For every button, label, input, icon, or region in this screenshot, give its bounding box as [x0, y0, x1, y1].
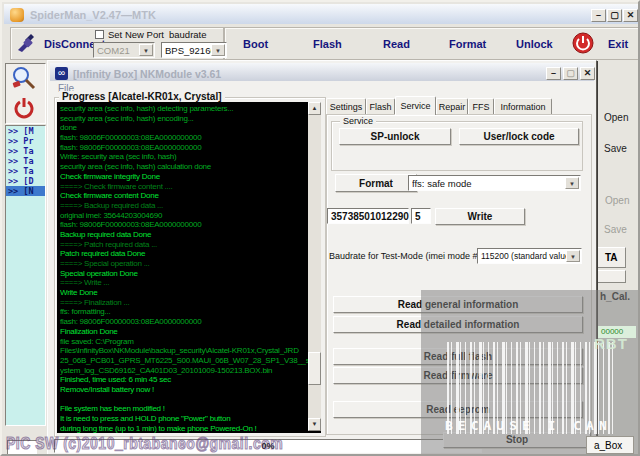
log-line: flash: 98006F00000003:08EA0000000000 [60, 317, 306, 327]
app-icon [10, 8, 24, 22]
sidebar-list: >> [M>> Pr>> Ta>> Ta>> Ta>> [D>> [N [5, 125, 46, 426]
log-line: Finished, time used: 6 min 45 sec [60, 375, 306, 385]
open-button-fragment[interactable]: Open [604, 112, 628, 123]
log-line: File system has been modified ! [60, 404, 306, 414]
log-line: file saved: C:\Program [60, 337, 306, 347]
power-off-icon[interactable] [14, 96, 34, 120]
boot-button[interactable]: Boot [243, 38, 268, 50]
log-line: Write: security area (sec info, hash) [60, 152, 306, 162]
format-mode-select[interactable]: ffs: safe mode ▼ [408, 175, 581, 191]
console-scrollbar[interactable]: ▲ ▼ [308, 102, 321, 431]
log-line: ====> Finalization ... [60, 298, 306, 308]
log-line: It is need to press and HOLD phone "Powe… [60, 414, 306, 424]
ta-button-fragment[interactable]: TA [596, 247, 626, 268]
minimize-icon[interactable]: – [546, 67, 561, 80]
save-button-fragment[interactable]: Save [604, 143, 627, 154]
log-line: Check firmware integrity Done [60, 172, 306, 182]
log-line: flash: 98006F00000003:08EA0000000000 [60, 143, 306, 153]
log-line: ====> Special operation ... [60, 259, 306, 269]
minimize-icon[interactable]: – [591, 9, 606, 22]
baudrate-select[interactable]: BPS_921600 ▼ [161, 42, 227, 58]
log-line: ====> Backup required data ... [60, 201, 306, 211]
scroll-up-icon[interactable]: ▲ [308, 102, 321, 115]
log-line: Special operation Done [60, 269, 306, 279]
watermark-rbt: RBT [594, 335, 628, 352]
main-window-title: SpiderMan_V2.47—MTK [30, 9, 156, 21]
log-line: security area (sec info, hash) detecting… [60, 104, 306, 114]
sidebar-item[interactable]: >> Pr [6, 136, 45, 146]
tab-service[interactable]: Service [395, 96, 436, 115]
service-group-title: Service [340, 116, 376, 126]
com-port-select[interactable]: COM21 ▼ [93, 42, 155, 58]
format-ffs-button[interactable]: Format [335, 174, 417, 192]
log-line: ====> Write ... [60, 278, 306, 288]
dialog-titlebar: ∞ [Infinity Box] NKModule v3.61 – ▢ ✕ [50, 63, 594, 81]
tab-settings[interactable]: Settings [326, 98, 366, 114]
dialog-title: [Infinity Box] NKModule v3.61 [73, 68, 221, 80]
exit-button[interactable]: Exit [608, 38, 628, 50]
log-line: ====> Check firmware content .... [60, 182, 306, 192]
progress-group-title: Progress [Alcatel-KR01x, Crystal] [59, 91, 225, 102]
sidebar-item[interactable]: >> Ta [6, 156, 45, 166]
chevron-down-icon[interactable]: ▼ [211, 44, 225, 56]
log-line: ====> Patch required data ... [60, 240, 306, 250]
flash-button[interactable]: Flash [313, 38, 342, 50]
watermark-overlay: BECAUSE I CAN [421, 290, 640, 456]
log-line: Finalization Done [60, 327, 306, 337]
user-lock-code-button[interactable]: User/lock code [459, 128, 579, 145]
set-new-port-checkbox[interactable] [95, 30, 104, 39]
chevron-down-icon[interactable]: ▼ [566, 250, 580, 262]
maximize-icon[interactable]: ▢ [563, 67, 578, 80]
tab-flash[interactable]: Flash [366, 98, 395, 114]
log-line: during long time (up to 1 min) to make p… [60, 424, 306, 433]
tab-ffs[interactable]: FFS [468, 98, 494, 114]
test-mode-baudrate-select[interactable]: 115200 (standard value) ▼ [477, 248, 582, 264]
tab-information[interactable]: Information [494, 98, 552, 114]
log-line: Files\InfinityBox\NKModule\backup_securi… [60, 346, 306, 356]
imei-input[interactable]: 35738501012290 [327, 208, 409, 224]
log-line: Write Done [60, 288, 306, 298]
format-button[interactable]: Format [449, 38, 486, 50]
log-line: Patch required data Done [60, 249, 306, 259]
button-fragment[interactable] [596, 270, 626, 283]
log-line: ffs: formatting... [60, 307, 306, 317]
sp-unlock-button[interactable]: SP-unlock [339, 128, 451, 145]
chevron-down-icon[interactable]: ▼ [139, 44, 153, 56]
sidebar-item[interactable]: >> [M [6, 126, 45, 136]
log-line: flash: 98006F00000003:08EA0000000000 [60, 220, 306, 230]
power-logo-icon [572, 32, 594, 54]
log-line: Remove/Install battery now ! [60, 385, 306, 395]
box-label-fragment: a_Box [586, 436, 634, 454]
close-icon[interactable]: ✕ [623, 9, 638, 22]
read-button[interactable]: Read [383, 38, 410, 50]
unlock-button[interactable]: Unlock [516, 38, 553, 50]
sidebar-item[interactable]: >> Ta [6, 146, 45, 156]
baudrate-label: baudrate [169, 29, 207, 40]
sidebar-item[interactable]: >> [N [6, 186, 45, 196]
main-window-titlebar: SpiderMan_V2.47—MTK – ▢ ✕ [4, 4, 638, 24]
save-disabled-fragment: Save [604, 224, 627, 235]
log-line: original imei: 35644203004690 [60, 211, 306, 221]
sidebar-item[interactable]: >> [D [6, 176, 45, 186]
watermark-text: BECAUSE I CAN [445, 418, 612, 433]
set-new-port-label: Set New Port [108, 29, 164, 40]
log-line: flash: 98006F00000003:08EA0000000000 [60, 133, 306, 143]
log-line: ystem_log_CSD69162_CA401D03_20101009-150… [60, 366, 306, 376]
chevron-down-icon[interactable]: ▼ [565, 177, 579, 189]
log-line: security area (sec info, hash) encoding.… [60, 114, 306, 124]
imei-check-digit-input[interactable]: 5 [411, 208, 431, 224]
connector-plug-icon [16, 34, 42, 52]
close-icon[interactable]: ✕ [580, 67, 595, 80]
maximize-icon[interactable]: ▢ [607, 9, 622, 22]
log-line: 25_06B_PCB01_GPRS_MT6225_S00.MAUI_06B_W0… [60, 356, 306, 366]
sidebar-item[interactable]: >> Ta [6, 166, 45, 176]
search-detect-icon[interactable] [11, 66, 37, 92]
tab-repair[interactable]: Repair [436, 98, 468, 114]
log-line: Backup required data Done [60, 230, 306, 240]
scroll-down-icon[interactable]: ▼ [308, 418, 321, 431]
test-mode-baudrate-label: Baudrate for Test-Mode (imei mode #1): [329, 251, 488, 261]
desktop-screenshot: SpiderMan_V2.47—MTK – ▢ ✕ DisConnect Set… [0, 0, 640, 456]
write-imei-button[interactable]: Write [435, 208, 525, 225]
scrollbar-thumb[interactable] [308, 352, 321, 385]
progress-console: security area (sec info, hash) detecting… [57, 102, 321, 433]
